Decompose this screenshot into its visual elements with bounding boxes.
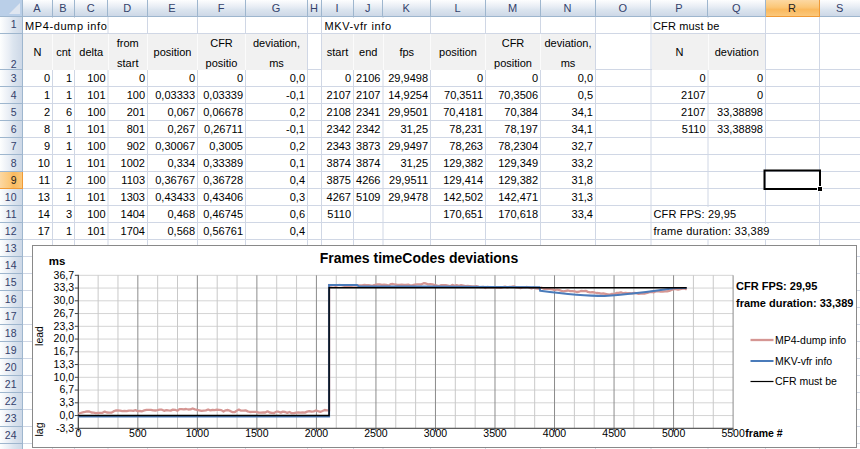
svg-text:2500: 2500 — [364, 427, 388, 439]
svg-text:2000: 2000 — [304, 427, 328, 439]
svg-text:30,0: 30,0 — [53, 294, 74, 306]
svg-text:20,0: 20,0 — [53, 332, 74, 344]
svg-text:1500: 1500 — [245, 427, 269, 439]
svg-text:-3,3: -3,3 — [55, 421, 73, 433]
svg-text:MP4-dump info: MP4-dump info — [775, 333, 846, 345]
svg-text:0,0: 0,0 — [59, 408, 74, 420]
svg-text:5500: 5500 — [721, 427, 745, 439]
svg-text:4500: 4500 — [602, 427, 626, 439]
svg-text:4000: 4000 — [542, 427, 566, 439]
svg-text:3000: 3000 — [423, 427, 447, 439]
svg-text:16,7: 16,7 — [53, 345, 74, 357]
svg-text:frame duration: 33,389: frame duration: 33,389 — [736, 296, 853, 308]
svg-text:0: 0 — [75, 427, 81, 439]
svg-text:3,3: 3,3 — [59, 396, 74, 408]
svg-text:MKV-vfr info: MKV-vfr info — [775, 354, 832, 366]
svg-text:36,7: 36,7 — [53, 268, 74, 280]
svg-text:500: 500 — [129, 427, 147, 439]
svg-text:lead: lead — [32, 325, 44, 345]
svg-text:Frames timeCodes deviations: Frames timeCodes deviations — [319, 249, 518, 265]
svg-text:23,3: 23,3 — [53, 319, 74, 331]
svg-text:5000: 5000 — [661, 427, 685, 439]
svg-text:13,3: 13,3 — [53, 357, 74, 369]
svg-text:1000: 1000 — [185, 427, 209, 439]
svg-text:6,7: 6,7 — [59, 383, 74, 395]
svg-text:lag: lag — [32, 422, 44, 436]
svg-text:26,7: 26,7 — [53, 306, 74, 318]
svg-text:33,3: 33,3 — [53, 281, 74, 293]
svg-text:10,0: 10,0 — [53, 370, 74, 382]
svg-text:frame #: frame # — [745, 427, 783, 439]
svg-text:ms: ms — [48, 254, 65, 266]
svg-text:3500: 3500 — [483, 427, 507, 439]
svg-text:CFR must be: CFR must be — [775, 375, 837, 387]
svg-text:CFR FPS: 29,95: CFR FPS: 29,95 — [736, 279, 817, 291]
